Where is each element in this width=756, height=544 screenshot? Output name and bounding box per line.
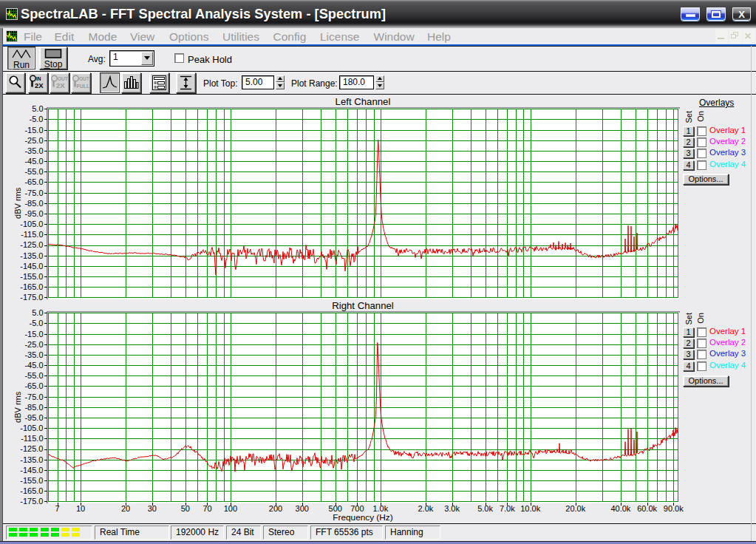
svg-text:-125.0: -125.0 — [20, 240, 43, 249]
svg-text:-75.0: -75.0 — [24, 392, 43, 401]
svg-text:2X: 2X — [35, 81, 44, 89]
svg-text:2.0k: 2.0k — [418, 504, 434, 513]
svg-text:-25.0: -25.0 — [24, 340, 43, 349]
svg-text:-5.0: -5.0 — [30, 319, 44, 327]
svg-text:-35.0: -35.0 — [24, 146, 43, 155]
svg-text:-75.0: -75.0 — [24, 188, 43, 197]
svg-text:OUT: OUT — [58, 76, 68, 81]
svg-text:-155.0: -155.0 — [20, 476, 43, 485]
svg-text:-105.0: -105.0 — [20, 424, 43, 432]
svg-text:-45.0: -45.0 — [24, 361, 43, 370]
svg-text:-35.0: -35.0 — [24, 350, 43, 359]
svg-text:5.0: 5.0 — [32, 308, 43, 317]
svg-text:-135.0: -135.0 — [20, 251, 43, 260]
svg-text:-65.0: -65.0 — [24, 177, 43, 186]
svg-text:-145.0: -145.0 — [20, 262, 43, 271]
svg-text:-155.0: -155.0 — [20, 272, 43, 281]
svg-text:dBV rms: dBV rms — [13, 391, 22, 423]
svg-text:dBV rms: dBV rms — [13, 187, 22, 219]
svg-text:-115.0: -115.0 — [21, 230, 43, 239]
svg-text:-165.0: -165.0 — [20, 486, 43, 495]
svg-text:5.0k: 5.0k — [477, 504, 493, 513]
svg-text:-25.0: -25.0 — [24, 136, 43, 145]
svg-text:7: 7 — [55, 504, 60, 513]
svg-text:OUT: OUT — [79, 76, 89, 81]
svg-text:IN: IN — [36, 76, 41, 81]
svg-text:-115.0: -115.0 — [21, 434, 43, 443]
svg-text:-65.0: -65.0 — [24, 381, 43, 390]
svg-text:Left Channel: Left Channel — [336, 96, 391, 107]
svg-text:-15.0: -15.0 — [24, 126, 43, 135]
svg-text:3.0k: 3.0k — [444, 504, 460, 513]
svg-text:-125.0: -125.0 — [20, 444, 43, 453]
svg-text:-135.0: -135.0 — [20, 455, 43, 464]
svg-text:-95.0: -95.0 — [24, 413, 43, 422]
svg-text:10.0k: 10.0k — [520, 504, 540, 513]
svg-text:100: 100 — [224, 504, 237, 513]
svg-text:-55.0: -55.0 — [24, 167, 43, 176]
svg-text:10: 10 — [76, 504, 85, 513]
svg-text:-85.0: -85.0 — [24, 403, 43, 412]
svg-text:40.0k: 40.0k — [610, 504, 630, 513]
svg-text:20.0k: 20.0k — [565, 504, 585, 513]
svg-text:-165.0: -165.0 — [20, 282, 43, 291]
svg-text:-175.0: -175.0 — [20, 497, 43, 506]
svg-text:-15.0: -15.0 — [24, 330, 43, 339]
svg-text:-105.0: -105.0 — [20, 220, 43, 228]
svg-text:Right Channel: Right Channel — [332, 300, 394, 311]
svg-text:90.0k: 90.0k — [664, 504, 684, 513]
svg-text:-145.0: -145.0 — [20, 466, 43, 475]
svg-text:-45.0: -45.0 — [24, 157, 43, 166]
svg-text:-55.0: -55.0 — [24, 371, 43, 380]
svg-text:-85.0: -85.0 — [24, 199, 43, 208]
svg-text:60.0k: 60.0k — [637, 504, 657, 513]
svg-text:-95.0: -95.0 — [24, 209, 43, 218]
svg-text:5.0: 5.0 — [32, 104, 43, 113]
svg-text:70: 70 — [202, 504, 211, 513]
svg-text:20: 20 — [121, 504, 130, 513]
svg-text:Frequency (Hz): Frequency (Hz) — [333, 512, 392, 523]
svg-text:300: 300 — [296, 504, 309, 513]
svg-text:200: 200 — [269, 504, 282, 513]
svg-text:-175.0: -175.0 — [20, 293, 43, 302]
svg-text:30: 30 — [148, 504, 157, 513]
svg-text:2X: 2X — [56, 81, 65, 89]
svg-text:50: 50 — [181, 504, 190, 513]
svg-text:-5.0: -5.0 — [30, 115, 44, 123]
svg-text:7.0k: 7.0k — [500, 504, 515, 513]
svg-text:FULL: FULL — [77, 84, 91, 89]
